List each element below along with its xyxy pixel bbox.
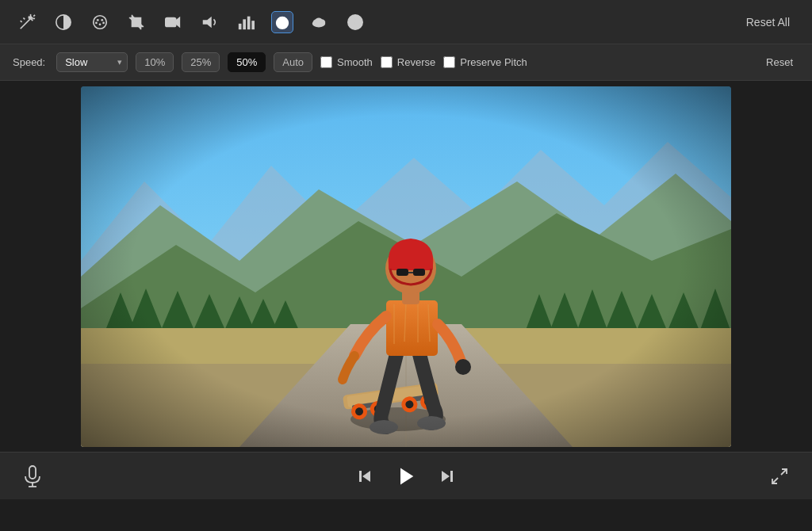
svg-point-13	[102, 21, 105, 24]
svg-marker-86	[400, 468, 413, 484]
svg-rect-18	[243, 19, 246, 29]
svg-marker-87	[442, 471, 450, 482]
svg-rect-88	[450, 471, 453, 482]
speed-row: Speed: Slow Normal Fast Custom 10% 25% 5…	[0, 44, 812, 81]
color-balance-icon[interactable]	[52, 11, 75, 33]
svg-line-4	[33, 14, 35, 16]
bottom-right-controls	[766, 463, 793, 490]
svg-line-90	[772, 478, 778, 483]
mic-button[interactable]	[19, 463, 46, 490]
preserve-pitch-checkbox[interactable]	[443, 56, 455, 68]
crop-icon[interactable]	[125, 11, 147, 33]
svg-point-23	[282, 21, 284, 24]
svg-rect-14	[166, 17, 176, 26]
preserve-pitch-label: Preserve Pitch	[460, 56, 527, 68]
bottom-bar	[0, 452, 812, 499]
speedometer-icon[interactable]	[271, 11, 293, 33]
video-player[interactable]	[81, 86, 731, 447]
speed-dropdown-wrap[interactable]: Slow Normal Fast Custom	[56, 52, 128, 72]
svg-line-6	[23, 17, 25, 19]
bottom-left-controls	[19, 463, 46, 490]
audio-icon[interactable]	[198, 11, 220, 33]
speed-btn-auto[interactable]: Auto	[274, 52, 312, 72]
svg-point-11	[99, 23, 102, 25]
speed-dropdown[interactable]: Slow Normal Fast Custom	[56, 52, 128, 72]
top-toolbar: Reset All	[0, 0, 812, 44]
reverse-label: Reverse	[397, 56, 435, 68]
magic-wand-icon[interactable]	[16, 11, 38, 33]
skip-forward-button[interactable]	[434, 463, 461, 490]
toolbar-icons	[16, 11, 366, 33]
palette-icon[interactable]	[89, 11, 111, 33]
svg-rect-85	[359, 471, 362, 482]
svg-rect-80	[81, 86, 731, 447]
svg-line-0	[21, 18, 31, 29]
reverse-checkbox[interactable]	[381, 56, 393, 68]
svg-point-9	[97, 18, 99, 21]
playback-controls	[351, 463, 461, 490]
reverse-checkbox-group[interactable]: Reverse	[381, 56, 435, 68]
noise-reduction-icon[interactable]	[308, 11, 330, 33]
svg-point-8	[94, 15, 107, 29]
svg-point-12	[95, 21, 98, 24]
skip-back-button[interactable]	[351, 463, 378, 490]
fullscreen-button[interactable]	[766, 463, 793, 490]
speed-label: Speed:	[13, 56, 45, 68]
equalizer-icon[interactable]	[235, 11, 257, 33]
svg-point-10	[101, 18, 103, 21]
preserve-pitch-checkbox-group[interactable]: Preserve Pitch	[443, 56, 527, 68]
svg-rect-81	[29, 466, 36, 479]
reset-button[interactable]: Reset	[760, 53, 799, 71]
smooth-checkbox-group[interactable]: Smooth	[320, 56, 373, 68]
smooth-label: Smooth	[337, 56, 373, 68]
svg-marker-84	[362, 471, 370, 482]
svg-rect-20	[251, 21, 255, 29]
info-icon[interactable]	[344, 11, 366, 33]
svg-rect-17	[239, 23, 242, 29]
svg-marker-15	[176, 16, 181, 28]
speed-btn-10[interactable]: 10%	[136, 52, 174, 72]
svg-line-5	[21, 21, 22, 22]
reset-all-button[interactable]: Reset All	[740, 13, 796, 32]
play-button[interactable]	[393, 463, 419, 490]
smooth-checkbox[interactable]	[320, 56, 332, 68]
svg-marker-16	[203, 16, 212, 28]
speed-btn-25[interactable]: 25%	[182, 52, 220, 72]
video-camera-icon[interactable]	[162, 11, 184, 33]
speed-btn-50[interactable]: 50%	[228, 52, 266, 72]
svg-rect-19	[247, 16, 251, 29]
video-scene	[81, 86, 731, 447]
svg-point-27	[315, 17, 322, 23]
svg-line-89	[781, 469, 787, 475]
